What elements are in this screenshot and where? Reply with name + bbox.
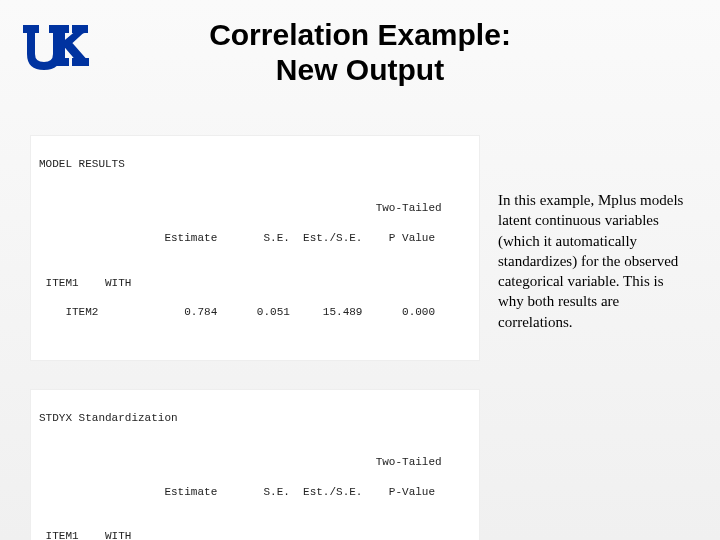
- section-label: STDYX Standardization: [39, 411, 471, 426]
- svg-text:®: ®: [80, 28, 86, 35]
- data-row: ITEM2 0.784 0.051 15.489 0.000: [39, 305, 471, 320]
- title-line-1: Correlation Example:: [209, 18, 511, 51]
- header-row: Two-Tailed: [39, 455, 471, 470]
- with-row: ITEM1 WITH: [39, 276, 471, 291]
- explanation-text: In this example, Mplus models latent con…: [498, 135, 690, 540]
- header-row-2: Estimate S.E. Est./S.E. P-Value: [39, 485, 471, 500]
- stdyx-panel: STDYX Standardization Two-Tailed Estimat…: [30, 389, 480, 540]
- header-row: Two-Tailed: [39, 201, 471, 216]
- output-column: MODEL RESULTS Two-Tailed Estimate S.E. E…: [30, 135, 480, 540]
- section-label: MODEL RESULTS: [39, 157, 471, 172]
- with-row: ITEM1 WITH: [39, 529, 471, 540]
- slide-title: Correlation Example: New Output: [0, 0, 720, 87]
- uk-logo: ®: [20, 20, 90, 75]
- content-area: MODEL RESULTS Two-Tailed Estimate S.E. E…: [30, 135, 690, 540]
- title-line-2: New Output: [276, 53, 444, 86]
- model-results-panel: MODEL RESULTS Two-Tailed Estimate S.E. E…: [30, 135, 480, 361]
- header-row-2: Estimate S.E. Est./S.E. P Value: [39, 231, 471, 246]
